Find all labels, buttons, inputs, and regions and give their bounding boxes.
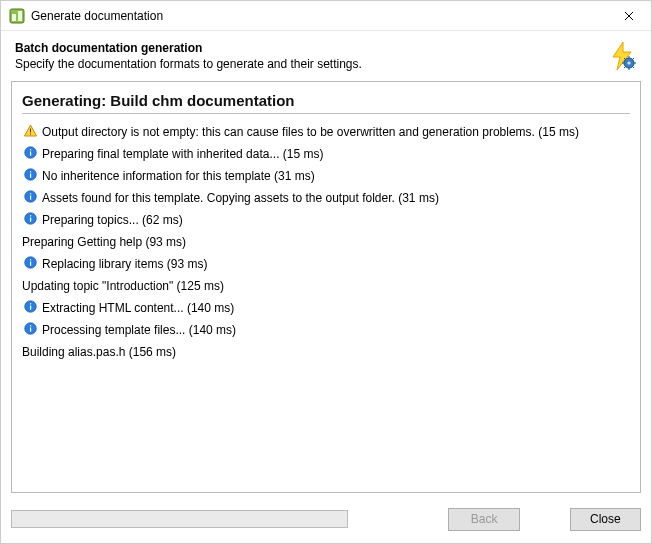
svg-rect-27 [30, 218, 31, 222]
wizard-header: Batch documentation generation Specify t… [1, 31, 651, 81]
log-item: Preparing Getting help (93 ms) [22, 234, 630, 250]
svg-line-12 [624, 67, 626, 69]
lightning-gear-icon [607, 41, 637, 71]
log-item: Building alias.pas.h (156 ms) [22, 344, 630, 360]
svg-rect-34 [30, 303, 31, 304]
section-title: Generating: Build chm documentation [22, 92, 630, 114]
info-icon [22, 190, 38, 203]
svg-rect-24 [30, 196, 31, 200]
log-text: No inheritence information for this temp… [42, 168, 315, 184]
svg-rect-30 [30, 262, 31, 266]
back-button-label: Back [471, 512, 498, 526]
log-text: Assets found for this template. Copying … [42, 190, 439, 206]
info-icon [22, 146, 38, 159]
info-icon [22, 212, 38, 225]
svg-rect-16 [30, 134, 31, 135]
back-button[interactable]: Back [448, 508, 519, 531]
close-window-button[interactable] [607, 1, 651, 31]
footer: Back Close [1, 503, 651, 543]
dialog-window: Generate documentation Batch documentati… [0, 0, 652, 544]
svg-rect-22 [30, 171, 31, 172]
log-item: Preparing topics... (62 ms) [22, 212, 630, 228]
log-item: Preparing final template with inherited … [22, 146, 630, 162]
content-panel: Generating: Build chm documentation Outp… [11, 81, 641, 493]
log-text: Processing template files... (140 ms) [42, 322, 236, 338]
wizard-title: Batch documentation generation [15, 41, 599, 55]
log-text: Updating topic "Introduction" (125 ms) [22, 278, 224, 294]
info-icon [22, 300, 38, 313]
log-text: Preparing Getting help (93 ms) [22, 234, 186, 250]
svg-rect-18 [30, 152, 31, 156]
warning-icon [22, 124, 38, 137]
log-text: Replacing library items (93 ms) [42, 256, 207, 272]
svg-rect-36 [30, 328, 31, 332]
app-icon [9, 8, 25, 24]
log-text: Building alias.pas.h (156 ms) [22, 344, 176, 360]
svg-rect-21 [30, 174, 31, 178]
window-title: Generate documentation [31, 9, 607, 23]
svg-rect-2 [18, 11, 22, 21]
svg-line-10 [633, 67, 635, 69]
svg-rect-37 [30, 325, 31, 326]
log-list: Output directory is not empty: this can … [22, 124, 630, 360]
log-item: Updating topic "Introduction" (125 ms) [22, 278, 630, 294]
log-text: Output directory is not empty: this can … [42, 124, 579, 140]
svg-rect-33 [30, 306, 31, 310]
close-button-label: Close [590, 512, 621, 526]
svg-rect-28 [30, 215, 31, 216]
svg-point-13 [627, 61, 630, 64]
wizard-header-text: Batch documentation generation Specify t… [15, 41, 599, 71]
close-icon [624, 11, 634, 21]
close-button[interactable]: Close [570, 508, 641, 531]
titlebar: Generate documentation [1, 1, 651, 31]
svg-line-11 [633, 58, 635, 60]
svg-rect-31 [30, 259, 31, 260]
log-item: No inheritence information for this temp… [22, 168, 630, 184]
log-item: Assets found for this template. Copying … [22, 190, 630, 206]
wizard-subtitle: Specify the documentation formats to gen… [15, 57, 599, 71]
svg-rect-15 [30, 129, 31, 133]
log-text: Preparing final template with inherited … [42, 146, 323, 162]
svg-rect-1 [12, 14, 16, 21]
log-item: Processing template files... (140 ms) [22, 322, 630, 338]
log-item: Extracting HTML content... (140 ms) [22, 300, 630, 316]
log-item: Replacing library items (93 ms) [22, 256, 630, 272]
svg-rect-25 [30, 193, 31, 194]
info-icon [22, 256, 38, 269]
log-text: Extracting HTML content... (140 ms) [42, 300, 234, 316]
log-text: Preparing topics... (62 ms) [42, 212, 183, 228]
info-icon [22, 168, 38, 181]
svg-rect-19 [30, 149, 31, 150]
log-item: Output directory is not empty: this can … [22, 124, 630, 140]
info-icon [22, 322, 38, 335]
progress-bar [11, 510, 348, 528]
